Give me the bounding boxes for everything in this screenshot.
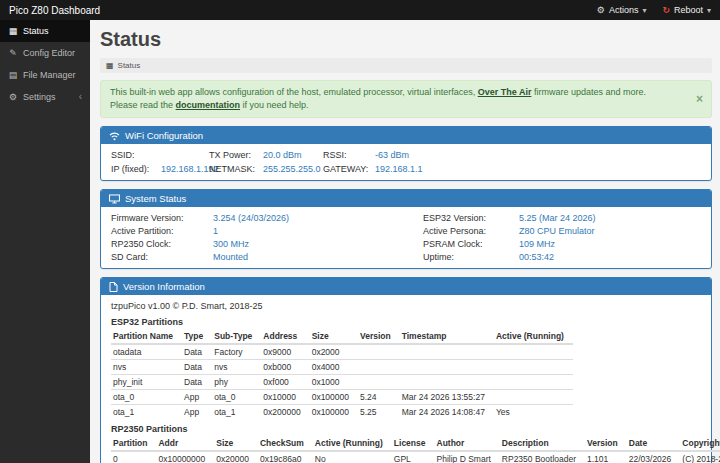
system-panel-body: Firmware Version:3.254 (24/03/2026) ESP3… xyxy=(101,207,711,268)
sidebar-item-label: File Manager xyxy=(23,70,76,80)
column-header: Sub-Type xyxy=(212,329,261,344)
table-cell: 0x4000 xyxy=(310,360,358,375)
field-label: GATEWAY: xyxy=(323,164,375,174)
table-cell xyxy=(358,360,400,375)
table-cell: 5.25 xyxy=(358,405,400,420)
documentation-link[interactable]: documentation xyxy=(176,100,241,110)
sidebar-item-config-editor[interactable]: ✎ Config Editor xyxy=(0,42,90,64)
table-cell xyxy=(494,390,573,405)
field-label: NETMASK: xyxy=(209,164,263,174)
version-info-panel: Version Information tzpuPico v1.00 © P.D… xyxy=(100,277,712,463)
column-header: Timestamp xyxy=(400,329,494,344)
ota-link[interactable]: Over The Air xyxy=(478,87,532,97)
table-cell: Factory xyxy=(212,344,261,360)
field-label: SSID: xyxy=(111,150,161,160)
breadcrumb-item-status[interactable]: Status xyxy=(118,61,141,70)
table-cell: 0x10000 xyxy=(261,390,309,405)
esp32-partitions-heading: ESP32 Partitions xyxy=(111,317,701,327)
table-cell: No xyxy=(313,451,392,463)
table-cell xyxy=(358,344,400,360)
close-icon[interactable]: × xyxy=(696,93,703,106)
table-cell: 0x19c86a0 xyxy=(258,451,313,463)
sidebar-item-label: Config Editor xyxy=(23,48,75,58)
table-cell: ota_1 xyxy=(111,405,182,420)
table-cell: App xyxy=(182,390,212,405)
panel-title: WiFi Configuration xyxy=(125,130,203,141)
power-icon: ↻ xyxy=(662,5,670,15)
dashboard-icon: ▦ xyxy=(8,26,18,36)
column-header: Partition xyxy=(111,436,156,451)
table-cell: phy xyxy=(212,375,261,390)
chevron-down-icon: ▾ xyxy=(707,6,711,15)
active-persona-value: Z80 CPU Emulator xyxy=(519,226,701,236)
column-header: Type xyxy=(182,329,212,344)
table-cell: 0x20000 xyxy=(214,451,258,463)
field-label: IP (fixed): xyxy=(111,164,161,174)
column-header: Active (Running) xyxy=(313,436,392,451)
tx-power-value: 20.0 dBm xyxy=(263,150,323,160)
table-cell: phy_init xyxy=(111,375,182,390)
version-panel-body: tzpuPico v1.00 © P.D. Smart, 2018-25 ESP… xyxy=(101,295,711,463)
sidebar-item-file-manager[interactable]: ▤ File Manager xyxy=(0,64,90,86)
reboot-dropdown[interactable]: ↻ Reboot ▾ xyxy=(662,5,711,15)
table-cell: RP2350 Bootloader xyxy=(500,451,585,463)
table-cell xyxy=(494,360,573,375)
netmask-value: 255.255.255.0 xyxy=(263,164,323,174)
rp2350-partitions-heading: RP2350 Partitions xyxy=(111,424,701,434)
table-row: ota_0Appota_00x100000x1000005.24Mar 24 2… xyxy=(111,390,573,405)
field-label: Uptime: xyxy=(423,252,519,262)
sd-card-value: Mounted xyxy=(213,252,423,262)
folder-icon: ▤ xyxy=(8,70,18,80)
system-panel-header: System Status xyxy=(101,190,711,207)
table-row: nvsDatanvs0xb0000x4000 xyxy=(111,360,573,375)
sidebar-item-status[interactable]: ▦ Status xyxy=(0,20,90,42)
table-cell xyxy=(400,375,494,390)
field-label: SD Card: xyxy=(111,252,213,262)
alert-text: This built-in web app allows configurati… xyxy=(110,87,478,97)
reboot-label: Reboot xyxy=(674,5,703,15)
column-header: Version xyxy=(358,329,400,344)
alert-text: if you need help. xyxy=(240,100,309,110)
brand-link[interactable]: Pico Z80 Dashboard xyxy=(9,5,100,16)
table-cell: 0x1000 xyxy=(310,375,358,390)
table-cell: GPL xyxy=(392,451,435,463)
field-label: Active Persona: xyxy=(423,226,519,236)
esp32-partitions-table: Partition NameTypeSub-TypeAddressSizeVer… xyxy=(111,329,573,419)
table-cell: 0 xyxy=(111,451,156,463)
wifi-icon xyxy=(109,131,120,141)
sidebar: ▦ Status ✎ Config Editor ▤ File Manager … xyxy=(0,20,90,463)
wifi-panel-body: SSID: TX Power:20.0 dBm RSSI:-63 dBm IP … xyxy=(101,144,711,180)
table-row: phy_initDataphy0xf0000x1000 xyxy=(111,375,573,390)
column-header: Date xyxy=(627,436,681,451)
field-label: Firmware Version: xyxy=(111,213,213,223)
column-header: Copyright xyxy=(680,436,720,451)
active-partition-value: 1 xyxy=(213,226,423,236)
chevron-left-icon: ‹ xyxy=(79,92,82,102)
table-cell: 0xb000 xyxy=(261,360,309,375)
column-header: Size xyxy=(310,329,358,344)
ssid-value xyxy=(161,150,209,160)
panel-title: System Status xyxy=(125,193,186,204)
column-header: Size xyxy=(214,436,258,451)
wifi-panel-header: WiFi Configuration xyxy=(101,127,711,144)
wifi-panel: WiFi Configuration SSID: TX Power:20.0 d… xyxy=(100,126,712,181)
table-cell: otadata xyxy=(111,344,182,360)
actions-dropdown[interactable]: ⚙ Actions ▾ xyxy=(597,5,647,15)
sidebar-item-label: Status xyxy=(23,26,49,36)
psram-clock-value: 109 MHz xyxy=(519,239,701,249)
table-cell: Philip D Smart xyxy=(435,451,500,463)
table-cell: 0x2000 xyxy=(310,344,358,360)
field-label: RP2350 Clock: xyxy=(111,239,213,249)
column-header: Partition Name xyxy=(111,329,182,344)
table-cell: nvs xyxy=(111,360,182,375)
uptime-value: 00:53:42 xyxy=(519,252,701,262)
field-label: RSSI: xyxy=(323,150,375,160)
breadcrumb: ▦ Status xyxy=(100,58,712,73)
gateway-value: 192.168.1.1 xyxy=(375,164,701,174)
table-cell: ota_1 xyxy=(212,405,261,420)
table-cell: Yes xyxy=(494,405,573,420)
sidebar-item-settings[interactable]: ⚙ Settings ‹ xyxy=(0,86,90,108)
page-title: Status xyxy=(100,28,712,51)
sidebar-item-label: Settings xyxy=(23,92,56,102)
monitor-icon xyxy=(109,194,120,204)
